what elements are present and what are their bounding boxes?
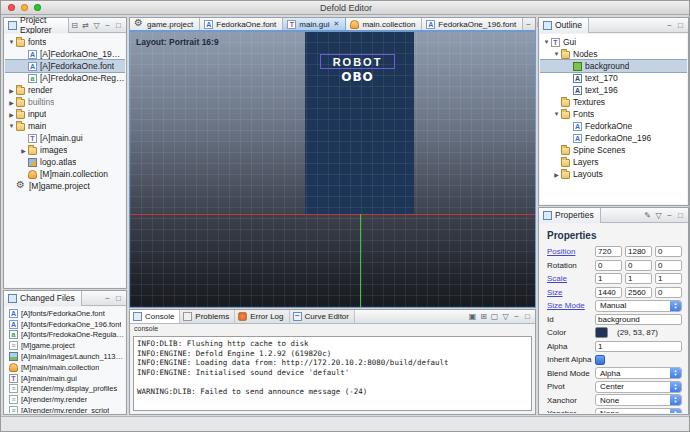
tree-item[interactable]: text_196 xyxy=(540,84,687,96)
size-mode-select[interactable]: Manual xyxy=(595,300,682,312)
maximize-icon[interactable]: □ xyxy=(522,310,533,323)
console-output[interactable]: INFO:DLIB: Flushing http cache to disk I… xyxy=(133,336,532,411)
list-item[interactable]: [A]fonts/FredokaOne-Regular.ttf xyxy=(5,330,125,341)
tree-item[interactable]: ▶Layouts xyxy=(540,168,687,180)
tree-item[interactable]: FedorkaOne xyxy=(540,120,687,132)
clear-console-icon[interactable]: ⊞ xyxy=(478,310,489,323)
xanchor-select[interactable]: None xyxy=(595,394,682,406)
tab-project-explorer[interactable]: Project Explorer xyxy=(4,18,69,33)
list-item[interactable]: [A]fonts/FedorkaOne.font xyxy=(5,308,125,319)
tree-item[interactable]: text_170 xyxy=(540,72,687,84)
size-mode-label[interactable]: Size Mode xyxy=(547,301,595,310)
maximize-icon[interactable]: □ xyxy=(113,292,124,305)
tab-console[interactable]: Console xyxy=(130,310,180,323)
maximize-icon[interactable]: □ xyxy=(675,209,686,222)
tree-item[interactable]: FedorkaOne_196 xyxy=(540,132,687,144)
list-item[interactable]: [A]fonts/FedorkaOne_196.font xyxy=(5,319,125,330)
tree-item[interactable]: ▶images xyxy=(5,144,125,156)
minimize-icon[interactable]: − xyxy=(102,19,113,32)
scale-x-input[interactable] xyxy=(595,273,622,284)
size-label[interactable]: Size xyxy=(547,288,595,297)
minimize-icon[interactable]: − xyxy=(511,310,522,323)
list-item[interactable]: [A]main/images/Launch_1136x640.png xyxy=(5,351,125,362)
view-menu-icon[interactable]: ▽ xyxy=(91,19,102,32)
position-x-input[interactable] xyxy=(595,246,622,257)
list-item[interactable]: [A]render/my.render xyxy=(5,394,125,405)
alpha-input[interactable] xyxy=(595,341,682,352)
editor-tab-fedorkaone-196-font[interactable]: FedorkaOne_196.font xyxy=(422,18,523,30)
scale-z-input[interactable] xyxy=(655,273,682,284)
expand-arrow-icon[interactable]: ▶ xyxy=(552,171,561,178)
scale-label[interactable]: Scale xyxy=(547,274,595,283)
tree-item[interactable]: logo.atlas xyxy=(5,156,125,168)
tree-item[interactable]: [A]main.gui xyxy=(5,132,125,144)
color-swatch[interactable] xyxy=(595,327,608,338)
yanchor-select[interactable]: None xyxy=(595,408,682,413)
editor-tab-fedorkaone-font[interactable]: FedorkaOne.font xyxy=(200,18,283,30)
rotation-y-input[interactable] xyxy=(625,260,652,271)
text-node-obo[interactable]: OBO xyxy=(320,70,395,84)
expand-arrow-icon[interactable]: ▶ xyxy=(7,99,16,106)
list-item[interactable]: [A]render/my.display_profiles xyxy=(5,384,125,395)
text-node-robot[interactable]: ROBOT xyxy=(333,56,383,68)
minimize-icon[interactable]: − xyxy=(664,19,675,32)
text-node-selection-box[interactable]: ROBOT xyxy=(320,54,395,69)
tree-item[interactable]: Spine Scenes xyxy=(540,144,687,156)
inherit-alpha-checkbox[interactable] xyxy=(595,355,605,365)
id-input[interactable] xyxy=(595,314,682,325)
tree-item[interactable]: Textures xyxy=(540,96,687,108)
tree-item[interactable]: [M]game.project xyxy=(5,180,125,192)
tree-item[interactable]: ▼fonts xyxy=(5,36,125,48)
tab-problems[interactable]: Problems xyxy=(180,310,235,323)
tree-item[interactable]: [A]FredokaOne-Regular.ttf xyxy=(5,72,125,84)
tree-item[interactable]: ▼Nodes xyxy=(540,48,687,60)
tree-item[interactable]: ▼Gui xyxy=(540,36,687,48)
pivot-select[interactable]: Center xyxy=(595,381,682,393)
tree-item-selected[interactable]: [A]FedorkaOne.font xyxy=(5,60,125,72)
expand-arrow-icon[interactable]: ▼ xyxy=(552,51,561,57)
size-x-input[interactable] xyxy=(595,287,622,298)
expand-arrow-icon[interactable]: ▶ xyxy=(19,147,28,154)
collapse-all-icon[interactable]: ⊟ xyxy=(69,19,80,32)
maximize-icon[interactable]: □ xyxy=(113,19,124,32)
tree-item[interactable]: ▶builtins xyxy=(5,96,125,108)
tree-item[interactable]: ▼Fonts xyxy=(540,108,687,120)
close-tab-icon[interactable]: ✕ xyxy=(334,20,340,28)
expand-arrow-icon[interactable]: ▼ xyxy=(542,39,551,45)
tab-curve-editor[interactable]: Curve Editor xyxy=(290,310,355,323)
tab-error-log[interactable]: Error Log xyxy=(235,310,289,323)
list-item[interactable]: [M]main/main.collection xyxy=(5,362,125,373)
scale-y-input[interactable] xyxy=(625,273,652,284)
tree-item[interactable]: Layers xyxy=(540,156,687,168)
minimize-icon[interactable]: − xyxy=(523,18,534,31)
rotation-x-input[interactable] xyxy=(595,260,622,271)
editor-tab-game-project[interactable]: game.project xyxy=(130,18,200,30)
list-item[interactable]: [A]main/main.gui xyxy=(5,373,125,384)
expand-arrow-icon[interactable]: ▶ xyxy=(7,111,16,118)
maximize-icon[interactable]: □ xyxy=(675,19,686,32)
tree-item[interactable]: ▼main xyxy=(5,120,125,132)
minimize-icon[interactable]: − xyxy=(102,292,113,305)
editor-tab-main-gui[interactable]: main.gui✕ xyxy=(283,18,346,30)
expand-arrow-icon[interactable]: ▶ xyxy=(7,87,16,94)
expand-arrow-icon[interactable]: ▼ xyxy=(552,111,561,117)
list-item[interactable]: [M]game.project xyxy=(5,340,125,351)
tree-item[interactable]: ▶render xyxy=(5,84,125,96)
editor-tab-main-collection[interactable]: main.collection xyxy=(346,18,422,30)
position-z-input[interactable] xyxy=(655,246,682,257)
rotation-z-input[interactable] xyxy=(655,260,682,271)
tree-item[interactable]: ▶input xyxy=(5,108,125,120)
position-y-input[interactable] xyxy=(625,246,652,257)
tab-outline[interactable]: Outline xyxy=(539,18,589,33)
link-with-editor-icon[interactable]: ⇄ xyxy=(80,19,91,32)
list-item[interactable]: [A]render/my.render_script xyxy=(5,405,125,413)
open-console-icon[interactable]: ▽ xyxy=(500,310,511,323)
tab-changed-files[interactable]: Changed Files xyxy=(4,291,82,306)
tree-item[interactable]: [A]FedorkaOne_196.font xyxy=(5,48,125,60)
size-z-input[interactable] xyxy=(655,287,682,298)
expand-arrow-icon[interactable]: ▼ xyxy=(7,123,16,129)
pin-console-icon[interactable]: ▢ xyxy=(489,310,500,323)
pin-properties-icon[interactable]: ✎ xyxy=(642,209,653,222)
tree-item-selected[interactable]: background xyxy=(540,60,687,72)
minimize-icon[interactable]: − xyxy=(664,209,675,222)
